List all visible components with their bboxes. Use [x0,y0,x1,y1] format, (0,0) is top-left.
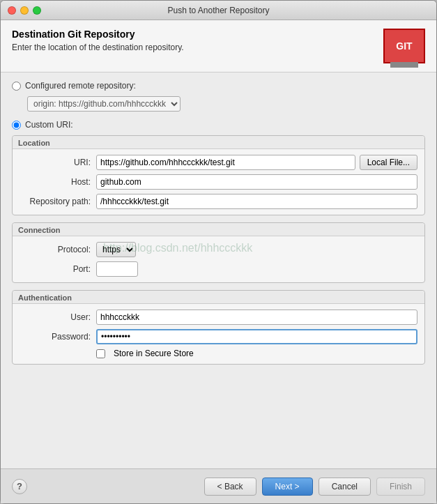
protocol-label: Protocol: [20,245,96,254]
traffic-lights [8,6,41,15]
location-section: Location URI: Local File... Host: [12,135,425,215]
page-header: Destination Git Repository Enter the loc… [1,20,436,72]
close-button[interactable] [8,6,16,15]
local-file-button[interactable]: Local File... [360,155,417,170]
connection-section: Connection Protocol: https ssh git http [12,222,425,283]
footer: ? < Back Next > Cancel Finish [1,468,436,503]
custom-uri-label[interactable]: Custom URI: [25,120,73,130]
cancel-button[interactable]: Cancel [319,478,371,496]
configured-remote-dropdown-row: origin: https://github.com/hhhccckkk/ked… [12,96,425,112]
title-bar: Push to Another Repository [1,1,436,20]
host-input[interactable] [96,174,417,190]
protocol-select[interactable]: https ssh git http [96,242,136,257]
configured-remote-radio[interactable] [12,82,21,91]
password-row: Password: [20,329,417,344]
connection-section-content: Protocol: https ssh git http Port: http:… [13,236,424,282]
location-section-title: Location [13,136,424,149]
finish-button[interactable]: Finish [376,478,425,496]
host-row: Host: [20,174,417,190]
repo-path-input[interactable] [96,194,417,209]
uri-row: URI: Local File... [20,155,417,170]
maximize-button[interactable] [33,6,41,15]
configured-remote-select[interactable]: origin: https://github.com/hhhccckkk/ked… [27,96,181,112]
uri-label: URI: [20,158,96,167]
back-button[interactable]: < Back [204,478,256,496]
password-input[interactable] [96,329,417,344]
auth-section-title: Authentication [13,291,424,304]
custom-uri-radio[interactable] [12,121,21,130]
uri-input[interactable] [96,155,355,170]
main-window: Push to Another Repository Destination G… [0,0,437,504]
uri-input-group: Local File... [96,155,417,170]
main-form: Configured remote repository: origin: ht… [1,72,436,468]
user-row: User: [20,310,417,325]
user-label: User: [20,312,96,322]
port-input[interactable] [96,261,138,277]
content-area: Destination Git Repository Enter the loc… [1,20,436,503]
user-input[interactable] [96,310,417,325]
minimize-button[interactable] [20,6,29,15]
page-subtitle: Enter the location of the destination re… [12,43,184,52]
secure-store-checkbox[interactable] [96,349,105,358]
protocol-row: Protocol: https ssh git http [20,242,417,257]
header-text: Destination Git Repository Enter the loc… [12,29,184,52]
authentication-section: Authentication User: Password: [12,290,425,365]
configured-remote-label[interactable]: Configured remote repository: [25,81,136,91]
password-label: Password: [20,332,96,342]
host-label: Host: [20,177,96,187]
page-title: Destination Git Repository [12,29,184,40]
footer-left: ? [12,479,27,494]
custom-uri-row: Custom URI: [12,120,425,130]
secure-store-label[interactable]: Store in Secure Store [114,349,194,358]
secure-store-row: Store in Secure Store [20,349,417,358]
repo-path-label: Repository path: [20,197,96,206]
footer-right: < Back Next > Cancel Finish [204,478,425,496]
repo-path-row: Repository path: [20,194,417,209]
git-logo: GIT [383,29,425,63]
configured-remote-row: Configured remote repository: [12,81,425,91]
auth-section-content: User: Password: Store in Secure Store [13,304,424,364]
help-button[interactable]: ? [12,479,27,494]
connection-section-title: Connection [13,223,424,236]
location-section-content: URI: Local File... Host: Repository path… [13,149,424,215]
window-title: Push to Another Repository [167,6,269,15]
next-button[interactable]: Next > [262,478,313,496]
port-label: Port: [20,264,96,274]
port-row: Port: http://blog.csdn.net/hhhccckkk [20,261,417,277]
